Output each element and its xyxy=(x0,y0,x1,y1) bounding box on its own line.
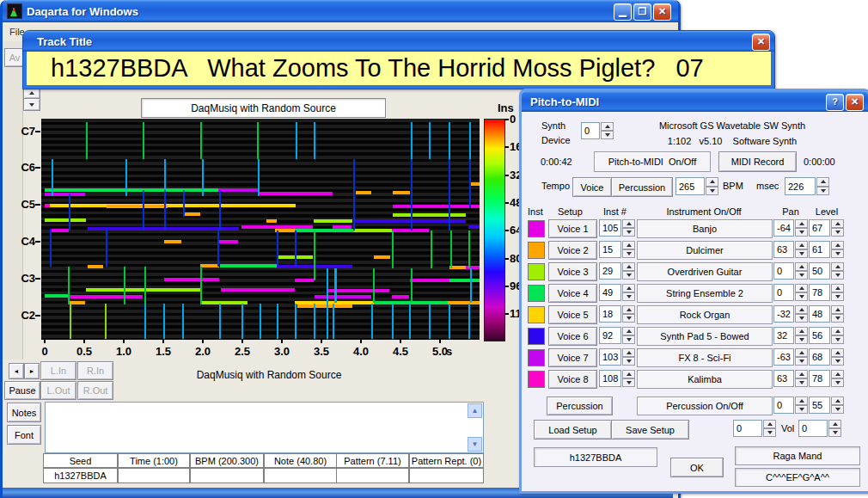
voice-4-pan-spinner-up-icon[interactable] xyxy=(795,284,808,292)
voice-7-pan-spinner-value[interactable]: -63 xyxy=(773,348,794,366)
percussion-setup-button[interactable]: Percussion xyxy=(547,397,613,415)
voice-7-inst-spinner-up-icon[interactable] xyxy=(622,348,635,357)
voice-2-pan-spinner[interactable]: 63 xyxy=(773,241,808,258)
voice-6-level-spinner-value[interactable]: 56 xyxy=(809,327,830,344)
voice-7-inst-spinner-down-icon[interactable] xyxy=(622,357,635,366)
voice-8-pan-spinner-up-icon[interactable] xyxy=(795,370,808,378)
voice-6-button[interactable]: Voice 6 xyxy=(548,327,597,346)
voice-4-level-spinner-up-icon[interactable] xyxy=(831,284,844,292)
voice-6-pan-spinner[interactable]: 32 xyxy=(773,327,808,344)
voice-1-instrument-onoff-button[interactable]: Banjo xyxy=(637,219,773,238)
percussion-pan-spinner[interactable]: 0 xyxy=(773,397,808,414)
msec-spinner-value[interactable]: 226 xyxy=(785,177,816,195)
voice-3-inst-spinner[interactable]: 29 xyxy=(599,262,635,280)
table-cell[interactable] xyxy=(264,468,337,483)
voice-1-inst-spinner-up-icon[interactable] xyxy=(622,219,635,228)
table-cell[interactable] xyxy=(118,468,190,483)
percussion-pan-spinner-value[interactable]: 0 xyxy=(773,397,794,414)
percussion-level-spinner[interactable]: 55 xyxy=(809,397,844,414)
voice-5-inst-spinner-value[interactable]: 18 xyxy=(599,305,621,323)
msec-spinner[interactable]: 226 xyxy=(785,177,829,195)
vol-spinner-2[interactable]: 0 xyxy=(798,420,841,437)
percussion-level-spinner-down-icon[interactable] xyxy=(831,405,844,414)
percussion-onoff-button[interactable]: Percussion On/Off xyxy=(637,397,773,415)
voice-1-level-spinner-value[interactable]: 67 xyxy=(809,219,830,237)
tempo-percussion-button[interactable]: Percussion xyxy=(611,177,673,197)
voice-5-pan-spinner-down-icon[interactable] xyxy=(795,314,808,323)
l-in-button[interactable]: L.In xyxy=(40,361,76,380)
percussion-pan-spinner-up-icon[interactable] xyxy=(795,397,808,405)
voice-8-level-spinner[interactable]: 78 xyxy=(809,370,844,387)
voice-6-level-spinner-up-icon[interactable] xyxy=(831,327,844,335)
voice-7-instrument-onoff-button[interactable]: FX 8 - Sci-Fi xyxy=(637,348,773,367)
voice-5-level-spinner-down-icon[interactable] xyxy=(831,314,844,323)
voice-7-level-spinner-value[interactable]: 68 xyxy=(809,348,830,366)
vol-spinner-1-up-icon[interactable] xyxy=(763,420,776,428)
vol-spinner-1-down-icon[interactable] xyxy=(763,428,776,437)
percussion-level-spinner-up-icon[interactable] xyxy=(831,397,844,405)
voice-1-button[interactable]: Voice 1 xyxy=(548,219,597,238)
vol-spinner-1[interactable]: 0 xyxy=(733,420,776,437)
voice-2-pan-spinner-down-icon[interactable] xyxy=(795,249,808,258)
voice-7-inst-spinner[interactable]: 103 xyxy=(599,348,635,366)
synth-device-spinner-value[interactable]: 0 xyxy=(581,122,600,139)
voice-3-level-spinner-up-icon[interactable] xyxy=(831,262,844,271)
voice-5-level-spinner-up-icon[interactable] xyxy=(831,305,844,314)
voice-7-pan-spinner[interactable]: -63 xyxy=(773,348,808,366)
scroll-right-button[interactable]: ► xyxy=(24,363,40,379)
voice-4-inst-spinner-up-icon[interactable] xyxy=(622,284,635,292)
voice-4-instrument-onoff-button[interactable]: String Ensemble 2 xyxy=(637,284,773,303)
bpm-spinner-up-icon[interactable] xyxy=(706,177,718,187)
voice-2-level-spinner[interactable]: 61 xyxy=(809,241,844,258)
voice-4-inst-spinner[interactable]: 49 xyxy=(599,284,635,301)
voice-7-level-spinner-up-icon[interactable] xyxy=(831,348,844,357)
voice-6-inst-spinner[interactable]: 92 xyxy=(599,327,635,344)
voice-2-pan-spinner-up-icon[interactable] xyxy=(795,241,808,249)
voice-5-inst-spinner-up-icon[interactable] xyxy=(622,305,635,314)
voice-5-level-spinner[interactable]: 48 xyxy=(809,305,844,323)
voice-3-level-spinner-value[interactable]: 50 xyxy=(809,262,830,280)
percussion-level-spinner-value[interactable]: 55 xyxy=(809,397,830,414)
notes-scroll-down-icon[interactable]: ▼ xyxy=(468,437,482,452)
voice-8-inst-spinner-value[interactable]: 108 xyxy=(599,370,621,387)
midi-record-button[interactable]: MIDI Record xyxy=(718,151,797,172)
table-cell[interactable] xyxy=(409,468,484,483)
voice-1-pan-spinner-down-icon[interactable] xyxy=(795,228,808,237)
bpm-spinner-value[interactable]: 265 xyxy=(675,177,705,195)
percussion-pan-spinner-down-icon[interactable] xyxy=(795,405,808,414)
pause-button[interactable]: Pause xyxy=(4,381,40,400)
table-cell[interactable] xyxy=(336,468,409,483)
notes-button[interactable]: Notes xyxy=(7,403,41,422)
voice-3-level-spinner-down-icon[interactable] xyxy=(831,271,844,280)
voice-3-inst-spinner-down-icon[interactable] xyxy=(622,271,635,280)
voice-7-button[interactable]: Voice 7 xyxy=(548,348,597,367)
voice-3-level-spinner[interactable]: 50 xyxy=(809,262,844,280)
voice-2-level-spinner-up-icon[interactable] xyxy=(831,241,844,249)
voice-1-inst-spinner[interactable]: 105 xyxy=(599,219,635,237)
voice-4-inst-spinner-value[interactable]: 49 xyxy=(599,284,621,301)
voice-8-instrument-onoff-button[interactable]: Kalimba xyxy=(637,370,773,389)
voice-8-button[interactable]: Voice 8 xyxy=(548,370,597,389)
voice-6-inst-spinner-down-icon[interactable] xyxy=(622,335,635,344)
voice-8-pan-spinner-value[interactable]: 63 xyxy=(773,370,794,387)
voice-2-level-spinner-down-icon[interactable] xyxy=(831,249,844,258)
table-cell[interactable] xyxy=(190,468,264,483)
voice-3-inst-spinner-value[interactable]: 29 xyxy=(599,262,621,280)
voice-2-inst-spinner[interactable]: 15 xyxy=(599,241,635,258)
voice-3-pan-spinner-up-icon[interactable] xyxy=(795,262,808,271)
bpm-spinner-down-icon[interactable] xyxy=(706,187,718,196)
ptm-close-icon[interactable]: ✕ xyxy=(846,94,864,111)
seed-field[interactable]: h1327BBDA xyxy=(534,447,657,467)
vol-spinner-2-value[interactable]: 0 xyxy=(798,420,828,437)
voice-5-pan-spinner-value[interactable]: -32 xyxy=(773,305,794,323)
voice-6-pan-spinner-value[interactable]: 32 xyxy=(773,327,794,344)
voice-4-level-spinner-down-icon[interactable] xyxy=(831,292,844,301)
load-setup-button[interactable]: Load Setup xyxy=(534,420,612,440)
voice-6-inst-spinner-up-icon[interactable] xyxy=(622,327,635,335)
trace-spin-down-icon[interactable] xyxy=(23,98,40,111)
voice-5-inst-spinner[interactable]: 18 xyxy=(599,305,635,323)
track-title-close-icon[interactable]: ✕ xyxy=(752,34,770,51)
voice-8-inst-spinner[interactable]: 108 xyxy=(599,370,635,387)
voice-2-pan-spinner-value[interactable]: 63 xyxy=(773,241,794,258)
r-in-button[interactable]: R.In xyxy=(77,361,113,380)
